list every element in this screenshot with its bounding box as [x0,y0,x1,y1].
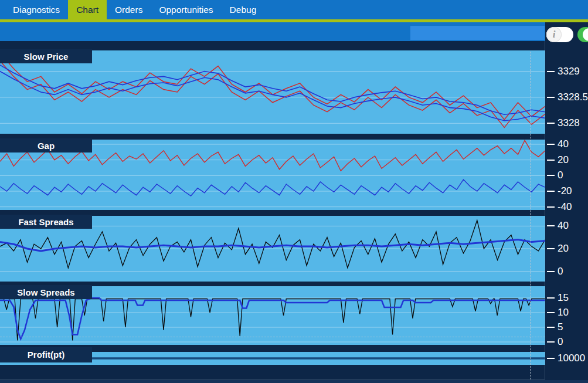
y-axis-tick-label: 5 [558,322,563,333]
bottom-status-bar [0,380,588,383]
chart-area: Slow Price33293328.503328Gap40200-20-40F… [0,0,588,383]
y-axis-tick [547,191,555,192]
y-axis-tick-label: 10 [558,307,569,318]
panel-title-profit-pt: Profit(pt) [0,347,92,362]
toolbar-input[interactable] [410,26,545,40]
y-axis-tick-label: -40 [558,202,572,212]
y-axis-tick [547,327,555,328]
y-axis-tick [547,271,555,272]
panel-title-fast-spreads: Fast Spreads [0,215,92,229]
y-axis-tick [547,297,555,299]
info-toggle[interactable]: i [546,27,573,42]
y-axis-tick [547,123,555,124]
y-axis-tick [547,97,555,98]
y-axis-tick-label: 20 [558,243,569,254]
panel-profit-pt-strip [0,362,545,365]
y-axis-tick-label: 40 [558,139,569,150]
y-axis-tick [547,225,555,226]
y-axis-tick-label: 0 [558,337,563,347]
y-axis-tick [547,175,555,176]
panel-title-slow-spreads: Slow Spreads [0,285,92,299]
y-axis-tick-label: 0 [558,266,563,277]
tab-opportunities[interactable]: Opportunities [151,0,221,19]
tab-chart[interactable]: Chart [68,0,107,19]
y-axis-tick [547,358,555,359]
y-axis-tick [547,206,555,208]
y-axis-tick [547,312,555,313]
info-icon: i [546,27,562,42]
y-axis-tick [547,160,555,161]
y-axis-tick-label: 0 [558,170,563,181]
tab-diagnostics[interactable]: Diagnostics [5,0,68,19]
y-axis-tick [547,144,555,145]
y-axis-tick [547,248,555,249]
y-axis-tick [547,341,555,343]
green-toggle-knob [583,28,588,41]
y-axis-tick-label: 3329 [558,66,580,77]
y-axis-tick-label: 3328.50 [558,92,588,103]
y-axis-tick-label: -20 [558,186,572,196]
y-axis-tick-label: 15 [558,293,569,303]
panel-title-gap: Gap [0,138,92,152]
y-axis-tick-label: 10000 [558,353,585,364]
y-axis-tick-label: 40 [558,221,569,231]
tab-bar: DiagnosticsChartOrdersOpportunitiesDebug [0,0,588,19]
panel-title-slow-price: Slow Price [0,49,92,63]
tab-debug[interactable]: Debug [222,0,265,19]
tab-orders[interactable]: Orders [107,0,151,19]
y-axis-tick-label: 20 [558,155,569,165]
y-axis-tick [547,71,555,72]
toolbar [0,22,545,41]
panel-profit-pt[interactable] [92,352,545,362]
y-axis-tick-label: 3328 [558,118,580,128]
